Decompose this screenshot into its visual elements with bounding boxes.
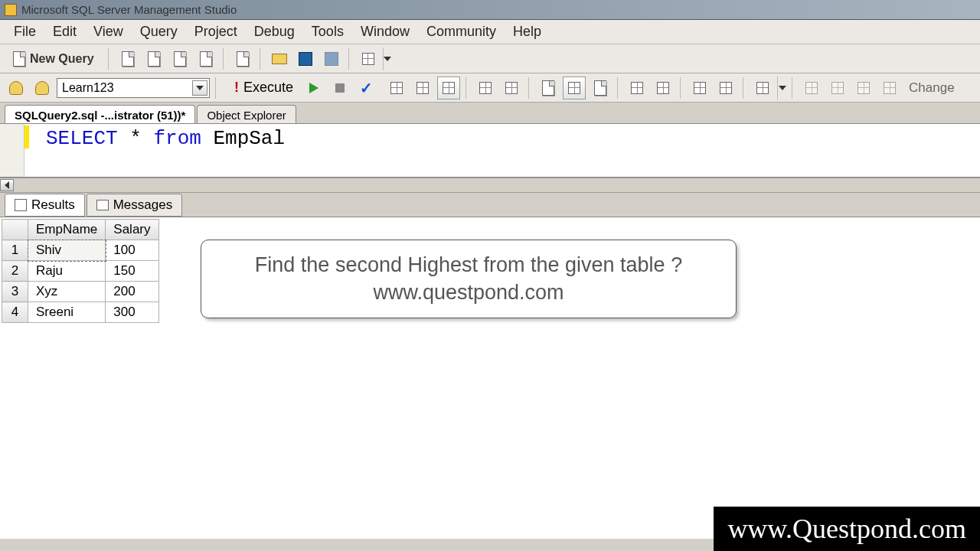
chevron-down-icon	[779, 86, 786, 90]
tab-results[interactable]: Results	[5, 194, 85, 217]
activity-icon	[362, 53, 374, 65]
table-row[interactable]: 2 Raju 150	[2, 261, 159, 282]
cell-empname[interactable]: Sreeni	[28, 302, 106, 323]
specify-values-button[interactable]	[751, 77, 774, 99]
toolbar-overflow-button[interactable]	[777, 77, 786, 99]
designer-icon	[884, 82, 896, 94]
menu-window[interactable]: Window	[353, 21, 417, 43]
messages-icon	[96, 200, 109, 210]
new-mdx-query-button[interactable]	[168, 47, 191, 70]
column-header-salary[interactable]: Salary	[106, 220, 158, 240]
app-title: Microsoft SQL Server Management Studio	[21, 3, 237, 16]
callout-line1: Find the second Highest from the given t…	[217, 251, 720, 279]
open-folder-button[interactable]	[268, 47, 291, 70]
results-icon	[15, 199, 27, 211]
intellisense-button[interactable]	[437, 77, 460, 99]
activity-monitor-button[interactable]	[357, 47, 380, 70]
sql-text: SELECT * from EmpSal	[46, 127, 285, 150]
new-analysis-query-button[interactable]	[142, 47, 165, 70]
increase-indent-button[interactable]	[714, 77, 737, 99]
new-dmx-query-button[interactable]	[194, 47, 217, 70]
cell-empname[interactable]: Raju	[28, 261, 106, 282]
menu-query[interactable]: Query	[132, 21, 185, 43]
table-designer-button-3[interactable]	[852, 77, 875, 99]
menu-view[interactable]: View	[86, 21, 131, 43]
uncomment-button[interactable]	[652, 77, 675, 99]
designer-icon	[858, 82, 870, 94]
toolbar-overflow-button[interactable]	[383, 47, 392, 70]
decrease-indent-button[interactable]	[688, 77, 711, 99]
save-all-button[interactable]	[320, 47, 343, 70]
include-client-stats-button[interactable]	[500, 77, 523, 99]
menu-tools[interactable]: Tools	[304, 21, 351, 43]
change-connection-button[interactable]	[31, 77, 54, 99]
execute-button[interactable]: ! Execute	[228, 78, 299, 97]
row-number: 1	[2, 240, 28, 261]
new-database-engine-query-button[interactable]	[116, 47, 139, 70]
cell-salary[interactable]: 100	[106, 240, 158, 261]
menu-file[interactable]: File	[6, 21, 44, 43]
toolbar-separator	[215, 77, 218, 99]
menu-edit[interactable]: Edit	[45, 21, 84, 43]
results-to-file-button[interactable]	[589, 77, 612, 99]
row-header-corner	[2, 220, 28, 240]
scroll-left-button[interactable]	[0, 179, 14, 191]
indent-icon	[720, 82, 732, 94]
results-to-grid-button[interactable]	[563, 77, 586, 99]
tab-object-explorer[interactable]: Object Explorer	[197, 105, 296, 123]
cell-salary[interactable]: 200	[106, 282, 158, 302]
tab-messages[interactable]: Messages	[87, 194, 182, 217]
open-file-button[interactable]	[231, 47, 254, 70]
menu-help[interactable]: Help	[505, 21, 549, 43]
menu-project[interactable]: Project	[187, 21, 245, 43]
debug-button[interactable]	[302, 77, 325, 99]
comment-button[interactable]	[626, 77, 648, 99]
sql-star: *	[118, 127, 154, 150]
toolbar-separator	[260, 48, 263, 70]
menu-community[interactable]: Community	[419, 21, 504, 43]
comment-icon	[631, 82, 643, 94]
query-options-button[interactable]	[411, 77, 434, 99]
save-all-icon	[325, 52, 338, 66]
display-estimated-plan-button[interactable]	[385, 77, 408, 99]
sql-editor[interactable]: SELECT * from EmpSal	[0, 124, 980, 178]
table-designer-button-1[interactable]	[800, 77, 823, 99]
table-row[interactable]: 1 Shiv 100	[2, 240, 159, 261]
callout-line2: www.questpond.com	[217, 279, 720, 306]
execute-bang-icon: !	[234, 80, 239, 96]
outdent-icon	[694, 82, 706, 94]
include-actual-plan-button[interactable]	[474, 77, 497, 99]
table-designer-button-2[interactable]	[826, 77, 849, 99]
cancel-query-button[interactable]	[328, 77, 351, 99]
table-designer-button-4[interactable]	[878, 77, 901, 99]
tab-sqlquery[interactable]: SQLQuery2.sql -...istrator (51))*	[5, 105, 195, 123]
cell-salary[interactable]: 150	[106, 261, 158, 282]
database-selector[interactable]: Learn123	[57, 78, 210, 98]
toolbar-separator	[617, 77, 620, 99]
chevron-down-icon	[384, 57, 391, 61]
results-grid[interactable]: EmpName Salary 1 Shiv 100 2 Raju 150 3 X…	[2, 219, 159, 323]
table-row[interactable]: 4 Sreeni 300	[2, 302, 159, 323]
results-to-text-button[interactable]	[537, 77, 560, 99]
toolbar-separator	[792, 77, 795, 99]
new-query-button[interactable]: New Query	[5, 48, 103, 70]
cell-empname[interactable]: Xyz	[28, 282, 106, 302]
cell-salary[interactable]: 300	[106, 302, 158, 323]
column-header-empname[interactable]: EmpName	[28, 220, 106, 240]
toolbar-separator	[108, 48, 111, 70]
watermark: www.Questpond.com	[714, 507, 980, 551]
save-button[interactable]	[294, 47, 317, 70]
chevron-down-icon	[196, 86, 204, 90]
intellisense-icon	[443, 82, 455, 94]
database-dropdown-arrow[interactable]	[192, 80, 207, 96]
document-icon	[122, 51, 134, 67]
table-row[interactable]: 3 Xyz 200	[2, 282, 159, 302]
editor-horizontal-scrollbar[interactable]	[0, 178, 980, 193]
cell-empname[interactable]: Shiv	[28, 240, 106, 261]
menu-debug[interactable]: Debug	[247, 21, 302, 43]
connect-button[interactable]	[5, 77, 28, 99]
stop-icon	[335, 83, 345, 93]
designer-icon	[805, 82, 818, 94]
new-query-icon	[13, 51, 25, 67]
parse-button[interactable]: ✓	[354, 77, 377, 99]
